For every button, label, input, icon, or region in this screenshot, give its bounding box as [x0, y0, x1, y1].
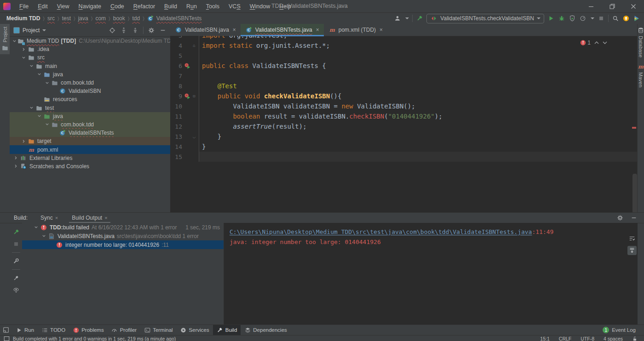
code-line-10[interactable]: 10 ValidateISBN validateISBN = new Valid… — [170, 101, 638, 111]
hide-panel-icon[interactable] — [159, 27, 167, 34]
chevron-down-icon[interactable] — [28, 63, 35, 68]
menu-vcs[interactable]: VCS — [224, 2, 245, 11]
ide-features-trainer-icon[interactable] — [633, 15, 640, 22]
filter-view-eye-icon[interactable] — [12, 286, 20, 294]
soft-wrap-icon[interactable] — [628, 235, 636, 242]
tree-item-external-libraries[interactable]: External Libraries — [10, 154, 170, 162]
breadcrumb-item[interactable]: tdd — [131, 15, 141, 22]
tool-window-toggle-icon[interactable] — [0, 326, 12, 334]
minimize-button[interactable] — [581, 0, 602, 12]
tree-item-test[interactable]: test — [10, 104, 170, 112]
tree-item-medium-tdd[interactable]: Medium TDD[TDD]C:\Users\Nipuna\Desktop\M… — [10, 37, 170, 45]
stripe-tab-database[interactable]: Database — [638, 24, 644, 60]
status-widget[interactable]: UTF-8 — [581, 336, 594, 341]
chevron-down-icon[interactable] — [40, 233, 48, 239]
tree-item--idea[interactable]: .idea — [10, 45, 170, 53]
breadcrumb-item[interactable]: book — [112, 15, 126, 22]
breadcrumb-item[interactable]: Medium TDD — [6, 15, 41, 22]
close-tab-icon[interactable]: × — [380, 27, 383, 33]
run-button[interactable] — [547, 15, 555, 22]
build-hammer-icon[interactable] — [416, 15, 423, 22]
chevron-right-icon[interactable] — [12, 164, 20, 169]
status-widget[interactable]: 15:1 — [540, 336, 549, 341]
stripe-tab-project[interactable]: Project — [0, 24, 10, 54]
close-tab-icon[interactable]: × — [316, 27, 319, 33]
error-stripe-mark[interactable] — [632, 127, 636, 129]
menu-navigate[interactable]: Navigate — [75, 2, 105, 11]
menu-run[interactable]: Run — [182, 2, 201, 11]
breadcrumb-item[interactable]: ValidateISBNTests — [155, 15, 203, 22]
menu-edit[interactable]: Edit — [34, 2, 52, 11]
toolwindow-button-services[interactable]: Services — [177, 325, 213, 335]
settings-gear-icon[interactable] — [148, 27, 155, 34]
chevron-down-icon[interactable] — [43, 122, 51, 127]
close-tab-icon[interactable]: × — [55, 215, 58, 221]
tree-item-scratches-and-consoles[interactable]: Scratches and Consoles — [10, 162, 170, 170]
menu-code[interactable]: Code — [106, 2, 128, 11]
breadcrumb-item[interactable]: src — [46, 15, 56, 22]
chevron-down-icon[interactable] — [35, 72, 43, 77]
restore-button[interactable] — [602, 0, 623, 12]
profiler-button[interactable] — [579, 15, 586, 22]
code-line-3[interactable]: 3import org.junit.Test; — [170, 36, 638, 40]
code-line-15[interactable]: 15 — [170, 152, 638, 162]
toolwindow-button-build[interactable]: Build — [213, 325, 241, 335]
build-tree-row[interactable]: !TDD: build failedAt 6/16/2022 12:43 AM … — [22, 223, 224, 232]
chevron-down-icon[interactable] — [32, 225, 40, 230]
code-line-4[interactable]: 4⌂import static org.junit.Assert.*; — [170, 40, 638, 51]
status-message[interactable]: Build completed with 1 error and 0 warni… — [13, 336, 176, 341]
chevron-right-icon[interactable] — [20, 139, 28, 144]
build-settings-wrench-icon[interactable] — [12, 257, 20, 265]
code-editor[interactable]: 3import org.junit.Test;4⌂import static o… — [170, 36, 638, 212]
code-line-7[interactable]: 7 — [170, 71, 638, 81]
tree-item-validateisbn[interactable]: CValidateISBN — [10, 87, 170, 95]
breadcrumb-item[interactable]: java — [77, 15, 89, 22]
collapse-all-icon[interactable] — [132, 27, 139, 34]
tree-item-validateisbntests[interactable]: CValidateISBNTests — [10, 129, 170, 137]
menu-view[interactable]: View — [53, 2, 74, 11]
editor-tab-validateisbntests-java[interactable]: CValidateISBNTests.java× — [241, 24, 324, 36]
code-line-8[interactable]: 8 @Test — [170, 81, 638, 91]
code-line-6[interactable]: 6public class ValidateISBNTests { — [170, 61, 638, 71]
menu-file[interactable]: File — [15, 2, 33, 11]
close-tab-icon[interactable]: × — [104, 215, 107, 221]
coverage-button[interactable] — [569, 15, 576, 22]
code-line-9[interactable]: 9⊟ public void checkValidateISBN(){ — [170, 91, 638, 101]
stripe-tab-maven[interactable]: mMaven — [638, 60, 644, 90]
code-line-11[interactable]: 11 boolean result = validateISBN.checkIS… — [170, 111, 638, 121]
update-available-icon[interactable] — [622, 15, 630, 22]
tree-item-com-book-tdd[interactable]: com.book.tdd — [10, 120, 170, 129]
tree-item-com-book-tdd[interactable]: com.book.tdd — [10, 79, 170, 87]
chevron-right-icon[interactable] — [12, 155, 20, 160]
breadcrumb-item[interactable]: com — [94, 15, 107, 22]
build-settings-gear-icon[interactable] — [616, 214, 624, 222]
editor-scrollbar[interactable] — [632, 174, 637, 212]
menu-tools[interactable]: Tools — [202, 2, 224, 11]
stop-build-icon[interactable] — [12, 240, 20, 248]
chevron-down-icon[interactable] — [591, 17, 594, 19]
tree-item-java[interactable]: java — [10, 70, 170, 79]
code-line-14[interactable]: 14} — [170, 142, 638, 152]
toolwindow-button-terminal[interactable]: Terminal — [140, 325, 176, 335]
fold-marker-icon[interactable]: ⌂ — [191, 43, 197, 48]
chevron-down-icon[interactable] — [35, 114, 43, 119]
scroll-to-end-icon[interactable] — [627, 246, 637, 255]
tree-item-pom-xml[interactable]: mpom.xml — [10, 145, 170, 153]
prev-error-icon[interactable] — [594, 41, 599, 45]
hide-build-panel-icon[interactable] — [630, 214, 638, 222]
build-tree-row[interactable]: !integer number too large: 0140441926:11 — [22, 240, 224, 249]
run-test-icon[interactable] — [184, 63, 190, 69]
build-tab-build-output[interactable]: Build Output× — [71, 213, 108, 223]
run-configuration-select[interactable]: ValidateISBNTests.checkValidateISBN — [426, 14, 544, 23]
tree-item-src[interactable]: src — [10, 53, 170, 62]
expand-all-icon[interactable] — [120, 27, 127, 34]
stop-button[interactable] — [598, 15, 605, 22]
toolwindow-button-profiler[interactable]: Profiler — [108, 325, 140, 335]
editor-tab-validateisbn-java[interactable]: CValidateISBN.java× — [170, 24, 241, 36]
editor-tab-pom-xml-tdd-[interactable]: mpom.xml (TDD)× — [324, 24, 387, 36]
user-account-icon[interactable] — [394, 15, 401, 22]
status-widget[interactable]: 4 spaces — [604, 336, 623, 341]
event-log-button[interactable]: Event Log — [612, 327, 636, 333]
code-line-13[interactable]: 13◡ } — [170, 131, 638, 142]
chevron-down-icon[interactable] — [405, 17, 409, 19]
